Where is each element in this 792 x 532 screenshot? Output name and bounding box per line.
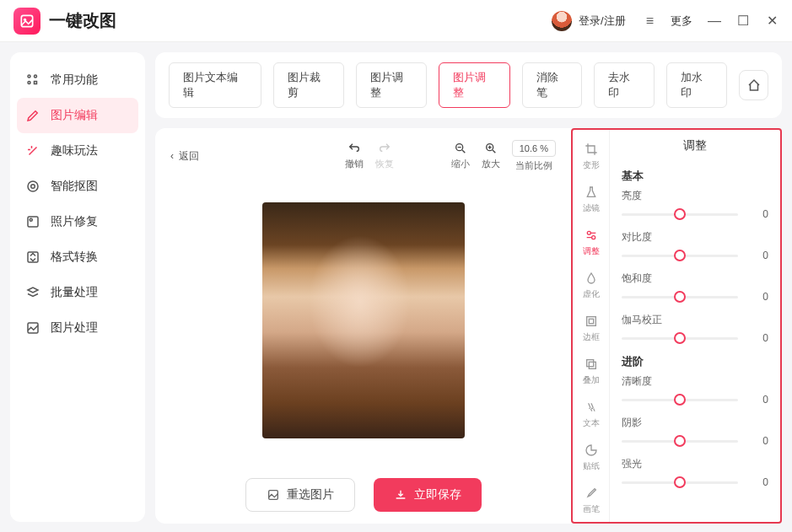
strip-filter[interactable]: 滤镜 — [573, 178, 609, 221]
zoom-in-icon — [484, 142, 498, 155]
image-preview — [262, 202, 465, 438]
saturation-slider[interactable] — [622, 296, 738, 298]
sidebar-label: 照片修复 — [51, 214, 98, 229]
save-button[interactable]: 立即保存 — [374, 478, 482, 512]
highlight-slider[interactable] — [622, 481, 738, 484]
sidebar-item-edit[interactable]: 图片编辑 — [17, 98, 138, 133]
sidebar-item-common[interactable]: 常用功能 — [10, 62, 145, 98]
back-button[interactable]: ‹ 返回 — [170, 149, 199, 164]
strip-overlay[interactable]: 叠加 — [573, 350, 609, 393]
undo-button[interactable]: 撤销 — [345, 142, 364, 170]
shadow-slider[interactable] — [622, 440, 738, 443]
redo-icon — [378, 142, 391, 155]
svg-point-16 — [591, 236, 595, 239]
slider-value: 0 — [746, 332, 768, 344]
slider-label: 对比度 — [622, 230, 768, 245]
brush-icon — [584, 486, 599, 501]
magic-icon — [25, 143, 40, 159]
target-icon — [25, 179, 40, 194]
slider-label: 清晰度 — [622, 374, 768, 389]
sidebar-label: 图片处理 — [51, 320, 98, 336]
sidebar-item-process[interactable]: 图片处理 — [10, 310, 145, 346]
tab-remove-wm[interactable]: 去水印 — [594, 62, 655, 108]
sharpness-slider[interactable] — [622, 399, 738, 401]
tab-text-edit[interactable]: 图片文本编辑 — [169, 62, 261, 108]
gamma-slider[interactable] — [622, 337, 738, 340]
sidebar-item-batch[interactable]: 批量处理 — [10, 275, 145, 310]
crop-icon — [584, 142, 599, 157]
canvas[interactable] — [170, 172, 556, 468]
svg-point-6 — [28, 181, 38, 191]
svg-rect-18 — [589, 319, 593, 323]
home-icon — [746, 78, 762, 93]
strip-adjust[interactable]: 调整 — [573, 221, 609, 264]
contrast-slider[interactable] — [622, 255, 738, 257]
login-link[interactable]: 登录/注册 — [579, 13, 626, 29]
sliders-icon — [584, 228, 599, 243]
avatar[interactable] — [552, 11, 572, 31]
close-button[interactable]: ✕ — [765, 14, 779, 28]
photo-icon — [25, 214, 40, 229]
reselect-button[interactable]: 重选图片 — [245, 478, 355, 512]
tab-add-wm[interactable]: 加水印 — [666, 62, 727, 108]
tab-eraser[interactable]: 消除笔 — [522, 62, 583, 108]
svg-rect-5 — [35, 82, 37, 84]
panel-title: 调整 — [622, 138, 768, 162]
group-basic: 基本 — [622, 169, 768, 184]
sidebar-label: 图片编辑 — [51, 108, 98, 123]
app-title: 一键改图 — [49, 9, 116, 32]
zoom-out-icon — [454, 142, 467, 155]
grid-icon — [25, 73, 40, 88]
sidebar-item-cutout[interactable]: 智能抠图 — [10, 169, 145, 204]
strip-text[interactable]: 文本 — [573, 393, 609, 436]
adjust-panel: 调整 基本 亮度0 对比度0 饱和度0 伽马校正0 进阶 清晰度0 阴影0 强光… — [610, 130, 780, 522]
right-panel: 变形 滤镜 调整 虚化 边框 叠加 文本 贴纸 画笔 调整 基本 亮度0 对比度… — [571, 128, 782, 524]
slider-value: 0 — [746, 476, 768, 488]
svg-rect-11 — [28, 323, 38, 333]
sidebar-item-restore[interactable]: 照片修复 — [10, 204, 145, 239]
slider-label: 强光 — [622, 457, 768, 471]
svg-point-3 — [35, 75, 37, 78]
svg-point-2 — [28, 75, 30, 78]
text-icon — [584, 400, 599, 415]
strip-transform[interactable]: 变形 — [573, 135, 609, 178]
sidebar-item-convert[interactable]: 格式转换 — [10, 239, 145, 275]
svg-point-9 — [30, 218, 32, 221]
more-menu-icon[interactable]: ≡ — [646, 13, 655, 29]
minimize-button[interactable]: ― — [708, 14, 721, 28]
zoom-out-button[interactable]: 缩小 — [451, 142, 470, 170]
brightness-slider[interactable] — [622, 213, 738, 216]
slider-label: 亮度 — [622, 189, 768, 203]
zoom-ratio: 10.6 % 当前比例 — [512, 140, 556, 172]
drop-icon — [584, 271, 599, 286]
maximize-button[interactable]: ☐ — [736, 14, 750, 28]
stack-icon — [25, 285, 40, 300]
download-icon — [394, 488, 407, 502]
tab-crop[interactable]: 图片裁剪 — [273, 62, 344, 108]
sticker-icon — [584, 443, 599, 458]
sidebar-label: 智能抠图 — [51, 179, 98, 194]
svg-point-15 — [587, 231, 590, 234]
home-button[interactable] — [739, 70, 768, 100]
svg-point-4 — [28, 82, 30, 84]
svg-rect-19 — [586, 360, 593, 367]
strip-brush[interactable]: 画笔 — [573, 479, 609, 522]
tabs: 图片文本编辑 图片裁剪 图片调整 图片调整 消除笔 去水印 加水印 — [155, 52, 782, 118]
strip-sticker[interactable]: 贴纸 — [573, 436, 609, 479]
more-menu-label[interactable]: 更多 — [671, 13, 692, 29]
tab-adjust[interactable]: 图片调整 — [356, 62, 427, 108]
strip-blur[interactable]: 虚化 — [573, 264, 609, 307]
zoom-in-button[interactable]: 放大 — [482, 142, 500, 170]
tab-adjust-2[interactable]: 图片调整 — [439, 62, 509, 108]
sidebar-label: 趣味玩法 — [51, 143, 98, 159]
sidebar-label: 常用功能 — [51, 73, 98, 88]
app-logo — [13, 8, 40, 35]
redo-button[interactable]: 恢复 — [375, 142, 394, 170]
svg-rect-20 — [589, 362, 595, 368]
slider-label: 伽马校正 — [622, 313, 768, 327]
slider-value: 0 — [746, 394, 768, 406]
sidebar-item-fun[interactable]: 趣味玩法 — [10, 133, 145, 169]
slider-value: 0 — [746, 291, 768, 303]
strip-border[interactable]: 边框 — [573, 307, 609, 350]
back-label: 返回 — [179, 149, 199, 164]
